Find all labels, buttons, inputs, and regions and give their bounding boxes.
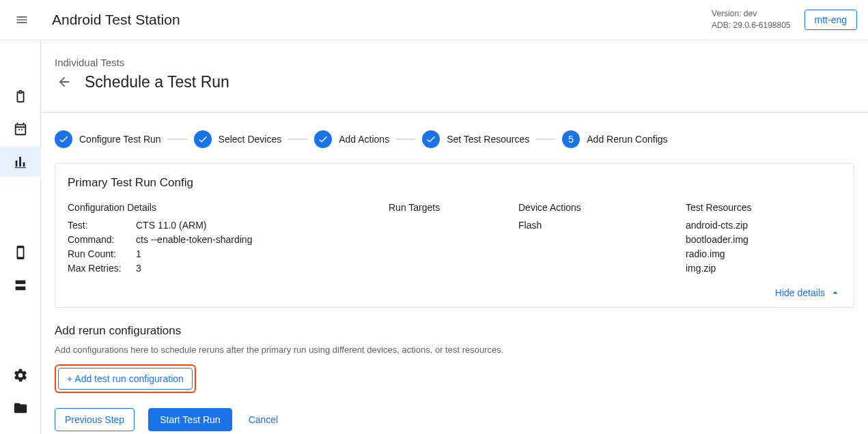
nav-folder-icon[interactable] bbox=[0, 393, 41, 423]
menu-icon[interactable] bbox=[8, 6, 36, 33]
step-configure-test-run[interactable]: Configure Test Run bbox=[55, 130, 161, 148]
step-add-rerun-configs[interactable]: 5 Add Rerun Configs bbox=[562, 130, 667, 148]
rerun-section-title: Add rerun configurations bbox=[55, 324, 854, 338]
col-header-targets: Run Targets bbox=[389, 202, 512, 213]
app-title: Android Test Station bbox=[52, 12, 180, 28]
device-action-item: Flash bbox=[518, 218, 679, 233]
step-set-test-resources[interactable]: Set Test Resources bbox=[422, 130, 529, 148]
back-arrow-icon[interactable] bbox=[55, 72, 74, 91]
step-connector bbox=[396, 139, 415, 140]
nav-clipboard-icon[interactable] bbox=[0, 81, 41, 111]
kv-value: 3 bbox=[136, 261, 141, 276]
breadcrumb: Individual Tests bbox=[55, 57, 854, 68]
kv-label: Command: bbox=[68, 233, 130, 247]
col-header-actions: Device Actions bbox=[518, 202, 679, 213]
nav-server-icon[interactable] bbox=[0, 270, 41, 300]
step-connector bbox=[168, 139, 187, 140]
kv-value: 1 bbox=[136, 247, 141, 261]
col-header-config: Configuration Details bbox=[68, 202, 382, 213]
kv-label: Max Retries: bbox=[68, 261, 130, 276]
step-label: Add Actions bbox=[339, 134, 389, 145]
kv-value: CTS 11.0 (ARM) bbox=[136, 218, 206, 233]
cancel-button[interactable]: Cancel bbox=[246, 409, 281, 431]
version-line: Version: dev bbox=[712, 8, 790, 20]
side-rail bbox=[0, 40, 41, 434]
previous-step-button[interactable]: Previous Step bbox=[55, 408, 135, 431]
hide-details-toggle[interactable]: Hide details bbox=[68, 287, 841, 299]
nav-settings-icon[interactable] bbox=[0, 360, 41, 390]
divider bbox=[41, 112, 868, 113]
step-connector bbox=[288, 139, 307, 140]
kv-label: Test: bbox=[68, 218, 130, 233]
step-select-devices[interactable]: Select Devices bbox=[194, 130, 282, 148]
start-test-run-button[interactable]: Start Test Run bbox=[148, 408, 232, 431]
check-icon bbox=[55, 130, 72, 148]
add-test-run-config-button[interactable]: + Add test run configuration bbox=[58, 368, 193, 390]
step-add-actions[interactable]: Add Actions bbox=[314, 130, 389, 148]
check-icon bbox=[422, 130, 440, 148]
check-icon bbox=[314, 130, 332, 148]
step-label: Add Rerun Configs bbox=[587, 134, 667, 145]
kv-label: Run Count: bbox=[68, 247, 130, 261]
step-label: Select Devices bbox=[219, 134, 282, 145]
version-info: Version: dev ADB: 29.0.6-6198805 bbox=[712, 8, 790, 31]
highlight-box: + Add test run configuration bbox=[55, 364, 196, 393]
action-row: Previous Step Start Test Run Cancel bbox=[55, 408, 854, 431]
chevron-up-icon bbox=[829, 287, 841, 299]
top-bar: Android Test Station Version: dev ADB: 2… bbox=[0, 0, 868, 40]
card-title: Primary Test Run Config bbox=[68, 176, 841, 190]
step-label: Configure Test Run bbox=[79, 134, 161, 145]
hide-details-label: Hide details bbox=[775, 287, 825, 298]
page-title: Schedule a Test Run bbox=[85, 73, 229, 91]
step-number: 5 bbox=[562, 130, 580, 148]
col-header-resources: Test Resources bbox=[686, 202, 841, 213]
user-button[interactable]: mtt-eng bbox=[804, 10, 857, 30]
step-label: Set Test Resources bbox=[447, 134, 529, 145]
nav-calendar-icon[interactable] bbox=[0, 114, 41, 144]
rerun-section-desc: Add configurations here to schedule reru… bbox=[55, 345, 854, 355]
resource-item: img.zip bbox=[686, 261, 841, 276]
stepper: Configure Test Run Select Devices Add Ac… bbox=[55, 130, 854, 148]
step-connector bbox=[536, 139, 555, 140]
resource-item: android-cts.zip bbox=[686, 218, 841, 233]
adb-line: ADB: 29.0.6-6198805 bbox=[712, 20, 790, 31]
resource-item: radio.img bbox=[686, 247, 841, 261]
kv-value: cts --enable-token-sharding bbox=[136, 233, 252, 247]
nav-analytics-icon[interactable] bbox=[0, 147, 41, 177]
main-content: Individual Tests Schedule a Test Run Con… bbox=[41, 40, 868, 434]
check-icon bbox=[194, 130, 212, 148]
resource-item: bootloader.img bbox=[686, 233, 841, 247]
primary-config-card: Primary Test Run Config Configuration De… bbox=[55, 163, 854, 308]
nav-phone-icon[interactable] bbox=[0, 237, 41, 267]
